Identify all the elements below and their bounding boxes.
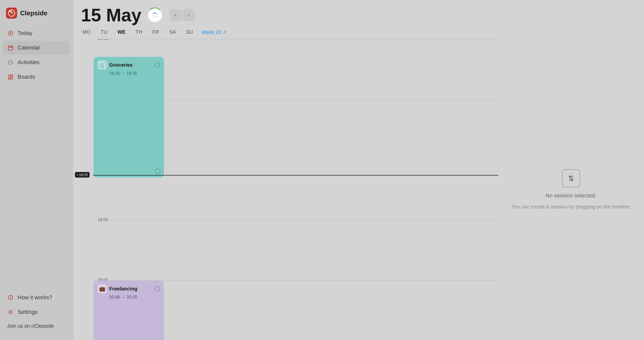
day-mo[interactable]: MO [81, 28, 92, 36]
date-title: 15 May [81, 6, 141, 24]
next-button[interactable]: › [183, 9, 195, 21]
boards-icon [7, 73, 14, 80]
event-freelancing-time: 20:00 → 22:25 [109, 295, 160, 300]
prev-button[interactable]: ‹ [170, 9, 182, 21]
event-groceries[interactable]: 🛒 Groceries 16:35 → 19:35 [94, 57, 164, 178]
sidebar-item-boards[interactable]: Boards [3, 70, 70, 84]
main-content: 15 May ‹ › MO TU WE TH FR SA SU Week 20 … [73, 0, 644, 340]
svg-rect-11 [8, 78, 10, 79]
no-session-sub: You can create a session by dragging on … [511, 204, 631, 210]
week-nav: MO TU WE TH FR SA SU Week 20 ↗ [73, 26, 644, 39]
event-groceries-header: 🛒 Groceries [98, 60, 160, 69]
svg-rect-9 [11, 75, 13, 76]
logo-icon [6, 8, 17, 19]
reddit-label: Join us on r/Clepside [7, 323, 54, 329]
sidebar-item-calendar[interactable]: Calendar [3, 41, 70, 55]
calendar-body: 16:00 🛒 Groceries 16:35 → 19:35 17 [73, 39, 644, 340]
time-row-20: 20:00 💼 Freelancing 20:00 → 22:25 [93, 280, 498, 340]
time-label-19: 19:00 [93, 217, 111, 222]
sidebar-item-label-boards: Boards [18, 74, 35, 80]
loading-indicator [147, 8, 163, 23]
svg-point-5 [8, 60, 13, 65]
info-icon [7, 294, 14, 301]
event-freelancing-header: 💼 Freelancing [98, 284, 160, 293]
event-freelancing-emoji: 💼 [98, 284, 107, 293]
sidebar-how-it-works[interactable]: How it works? [3, 290, 70, 305]
sidebar-nav: Today Calendar Activities [0, 26, 73, 290]
svg-point-14 [10, 311, 12, 313]
calendar-header: 15 May ‹ › [73, 0, 644, 26]
right-panel: No session selected. You can create a se… [498, 39, 644, 340]
svg-point-1 [9, 11, 11, 12]
sidebar-settings[interactable]: Settings [3, 305, 70, 319]
event-groceries-title: Groceries [109, 62, 133, 68]
nav-arrows: ‹ › [170, 9, 195, 21]
sidebar-item-today[interactable]: Today [3, 26, 70, 40]
sidebar: Clepside Today Calendar [0, 0, 73, 340]
today-icon [7, 30, 14, 37]
event-groceries-emoji: 🛒 [98, 60, 107, 69]
svg-point-13 [10, 296, 11, 297]
sidebar-item-label-today: Today [18, 30, 32, 36]
sidebar-item-label-activities: Activities [18, 59, 39, 66]
day-th[interactable]: TH [134, 28, 144, 36]
settings-label: Settings [18, 309, 38, 315]
event-freelancing-circle [154, 286, 160, 291]
sidebar-item-activities[interactable]: Activities [3, 55, 70, 69]
svg-rect-8 [8, 75, 10, 77]
current-time-badge: • 18:25 [75, 172, 90, 178]
svg-rect-10 [11, 77, 13, 79]
day-sa[interactable]: SA [168, 28, 177, 36]
logo-area: Clepside [0, 5, 73, 26]
calendar-icon [7, 44, 14, 51]
day-we[interactable]: WE [116, 28, 127, 36]
day-tu[interactable]: TU [99, 28, 109, 36]
sidebar-bottom: How it works? Settings Join us on r/Clep… [0, 290, 73, 335]
event-groceries-circle [154, 62, 160, 68]
day-su[interactable]: SU [184, 28, 194, 36]
time-label-16: 16:00 [93, 39, 111, 41]
activities-icon [7, 59, 14, 66]
event-groceries-bottom-circle [155, 168, 160, 174]
gear-icon [7, 309, 14, 316]
current-time-line: • 18:25 [93, 175, 498, 176]
day-fr[interactable]: FR [151, 28, 161, 36]
time-row-16: 16:00 🛒 Groceries 16:35 → 19:35 [93, 39, 498, 99]
time-row-19: 19:00 [93, 220, 498, 280]
timeline[interactable]: 16:00 🛒 Groceries 16:35 → 19:35 17 [73, 39, 498, 340]
event-freelancing-title: Freelancing [109, 286, 137, 292]
svg-point-3 [10, 32, 11, 34]
sidebar-reddit[interactable]: Join us on r/Clepside [3, 320, 70, 332]
svg-rect-4 [8, 46, 13, 50]
event-groceries-time: 16:35 → 19:35 [109, 71, 160, 76]
loading-inner [152, 13, 157, 18]
app-name: Clepside [20, 9, 47, 17]
time-grid: 16:00 🛒 Groceries 16:35 → 19:35 17 [73, 39, 498, 340]
week-link[interactable]: Week 20 ↗ [202, 29, 227, 35]
how-it-works-label: How it works? [18, 294, 52, 301]
sidebar-item-label-calendar: Calendar [18, 45, 40, 51]
event-freelancing[interactable]: 💼 Freelancing 20:00 → 22:25 [94, 281, 164, 340]
sort-icon [562, 169, 580, 187]
no-session-title: No session selected. [546, 192, 597, 199]
